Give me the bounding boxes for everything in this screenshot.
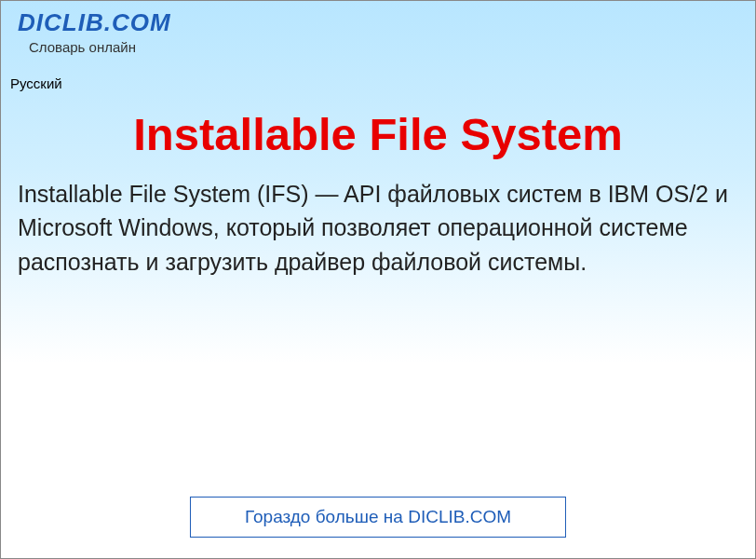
language-label: Русский [10, 75, 755, 91]
footer-link-container: Гораздо больше на DICLIB.COM [190, 497, 566, 538]
header: DICLIB.COM Словарь онлайн [1, 1, 755, 59]
article-title: Installable File System [1, 108, 755, 160]
site-tagline: Словарь онлайн [29, 39, 738, 55]
article-body: Installable File System (IFS) — API файл… [1, 177, 755, 279]
site-name[interactable]: DICLIB.COM [18, 8, 738, 37]
more-link-button[interactable]: Гораздо больше на DICLIB.COM [190, 497, 566, 538]
